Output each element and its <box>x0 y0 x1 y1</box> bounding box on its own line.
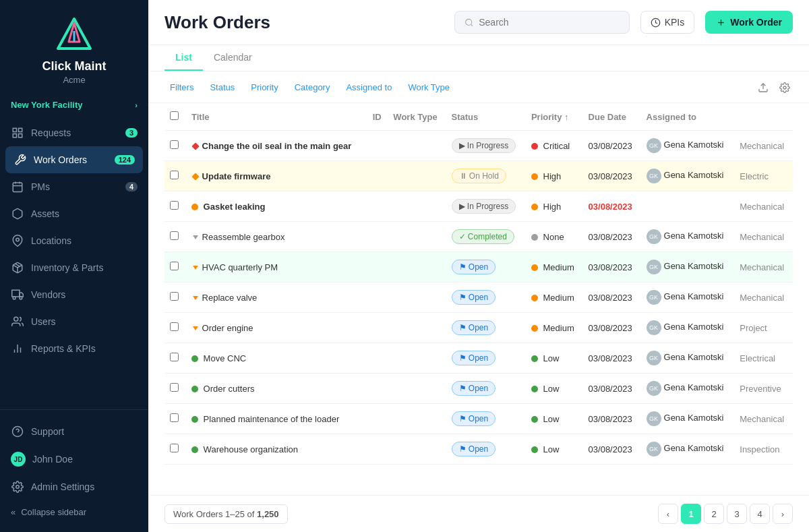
table-row[interactable]: Change the oil seal in the main gear ▶ I… <box>164 131 793 161</box>
column-status: Status <box>446 103 526 131</box>
calendar-icon <box>11 180 24 194</box>
nav-section: Requests 3 Work Orders 124 PMs 4 Assets <box>0 117 148 409</box>
tab-list[interactable]: List <box>164 45 203 71</box>
export-button[interactable] <box>755 78 771 96</box>
sidebar-item-pms[interactable]: PMs 4 <box>0 173 148 200</box>
row-priority: Low <box>526 434 583 465</box>
row-title: Order engine <box>186 313 367 343</box>
row-checkbox[interactable] <box>170 231 179 240</box>
kpi-button[interactable]: KPIs <box>640 11 695 34</box>
pagination-prev[interactable]: ‹ <box>658 504 678 524</box>
search-input[interactable] <box>479 17 619 28</box>
sidebar-item-reports[interactable]: Reports & KPIs <box>0 335 148 362</box>
sidebar-label-assets: Assets <box>31 208 59 219</box>
settings-columns-button[interactable] <box>777 78 793 96</box>
truck-icon <box>11 288 24 301</box>
assigned-name: Gena Kamotski <box>664 443 724 453</box>
tab-calendar[interactable]: Calendar <box>203 45 263 71</box>
filter-chip-status[interactable]: Status <box>204 80 240 95</box>
column-priority[interactable]: Priority ↑ <box>526 103 583 131</box>
table-row[interactable]: Move CNC ⚑ Open Low 03/08/2023 GKGena Ka… <box>164 343 793 374</box>
status-badge: ▶ In Progress <box>452 138 516 153</box>
work-orders-badge: 124 <box>115 155 135 165</box>
pagination-page-4[interactable]: 4 <box>750 504 770 524</box>
sidebar-item-inventory[interactable]: Inventory & Parts <box>0 254 148 281</box>
chevron-right-icon: › <box>135 101 138 109</box>
sidebar-item-assets[interactable]: Assets <box>0 200 148 227</box>
sidebar-item-requests[interactable]: Requests 3 <box>0 119 148 146</box>
row-department: Electric <box>734 161 793 191</box>
sidebar-item-locations[interactable]: Locations <box>0 227 148 254</box>
filter-chip-work-type[interactable]: Work Type <box>402 80 455 95</box>
pagination-page-1[interactable]: 1 <box>681 504 701 524</box>
row-checkbox[interactable] <box>170 201 179 210</box>
row-due-date: 03/08/2023 <box>583 343 641 374</box>
pagination-page-2[interactable]: 2 <box>704 504 724 524</box>
pagination-next[interactable]: › <box>773 504 793 524</box>
row-checkbox[interactable] <box>170 171 179 179</box>
table-row[interactable]: Warehouse organization ⚑ Open Low 03/08/… <box>164 434 793 465</box>
row-checkbox[interactable] <box>170 444 179 452</box>
priority-label: Medium <box>543 293 574 303</box>
row-checkbox[interactable] <box>170 353 179 361</box>
row-checkbox-cell <box>164 191 186 222</box>
table-row[interactable]: Planned maintenance of the loader ⚑ Open… <box>164 404 793 434</box>
row-status: ▶ In Progress <box>446 191 526 222</box>
row-checkbox[interactable] <box>170 140 179 149</box>
user-profile[interactable]: JD John Doe <box>0 445 148 473</box>
users-icon <box>11 315 24 328</box>
row-work-type <box>388 404 446 434</box>
row-checkbox-cell <box>164 131 186 161</box>
facility-name: New York Facility <box>11 100 82 110</box>
svg-rect-7 <box>13 183 22 192</box>
row-checkbox-cell <box>164 374 186 404</box>
row-id <box>367 222 388 252</box>
filter-actions <box>755 78 793 96</box>
search-bar[interactable] <box>454 11 630 34</box>
avatar: GK <box>647 260 661 274</box>
svg-point-31 <box>783 86 786 89</box>
row-status: ✓ Completed <box>446 222 526 252</box>
filter-chip-priority[interactable]: Priority <box>245 80 283 95</box>
select-all-checkbox[interactable] <box>170 111 179 120</box>
facility-selector[interactable]: New York Facility › <box>0 93 148 117</box>
filter-chip-category[interactable]: Category <box>289 80 336 95</box>
column-title: Title <box>186 103 367 131</box>
priority-color-dot <box>531 264 538 271</box>
row-checkbox[interactable] <box>170 292 179 301</box>
collapse-sidebar-btn[interactable]: « Collapse sidebar <box>0 500 148 524</box>
sidebar-item-vendors[interactable]: Vendors <box>0 281 148 308</box>
sidebar-item-users[interactable]: Users <box>0 308 148 335</box>
filter-chip-assigned-to[interactable]: Assigned to <box>340 80 397 95</box>
table-row[interactable]: HVAC quarterly PM ⚑ Open Medium 03/08/20… <box>164 252 793 283</box>
table-row[interactable]: Gasket leaking ▶ In Progress High 03/08/… <box>164 191 793 222</box>
row-assigned: GKGena Kamotski <box>641 434 735 465</box>
assigned-name: Gena Kamotski <box>664 352 724 362</box>
add-work-order-button[interactable]: Work Order <box>705 11 793 34</box>
row-title: Order cutters <box>186 374 367 404</box>
sidebar-item-work-orders[interactable]: Work Orders 124 <box>5 146 143 173</box>
row-checkbox-cell <box>164 252 186 283</box>
row-department: Electrical <box>734 343 793 374</box>
row-due-date: 03/08/2023 <box>583 434 641 465</box>
row-checkbox[interactable] <box>170 383 179 392</box>
table-row[interactable]: Order cutters ⚑ Open Low 03/08/2023 GKGe… <box>164 374 793 404</box>
row-checkbox[interactable] <box>170 413 179 422</box>
row-checkbox[interactable] <box>170 322 179 331</box>
filter-chip-filters[interactable]: Filters <box>164 80 199 95</box>
settings-icon <box>11 480 24 494</box>
svg-point-17 <box>20 297 22 299</box>
status-badge: ⏸ On Hold <box>452 169 506 183</box>
status-badge: ⚑ Open <box>452 381 496 396</box>
pagination-page-3[interactable]: 3 <box>727 504 747 524</box>
row-priority: High <box>526 161 583 191</box>
table-row[interactable]: Update firmware ⏸ On Hold High 03/08/202… <box>164 161 793 191</box>
sidebar-item-admin-settings[interactable]: Admin Settings <box>0 473 148 500</box>
table-row[interactable]: Replace valve ⚑ Open Medium 03/08/2023 G… <box>164 283 793 313</box>
collapse-label: Collapse sidebar <box>21 507 86 517</box>
table-row[interactable]: Reassemble gearbox ✓ Completed None 03/0… <box>164 222 793 252</box>
status-badge: ⚑ Open <box>452 290 496 305</box>
row-checkbox[interactable] <box>170 262 179 270</box>
table-row[interactable]: Order engine ⚑ Open Medium 03/08/2023 GK… <box>164 313 793 343</box>
sidebar-item-support[interactable]: Support <box>0 418 148 445</box>
